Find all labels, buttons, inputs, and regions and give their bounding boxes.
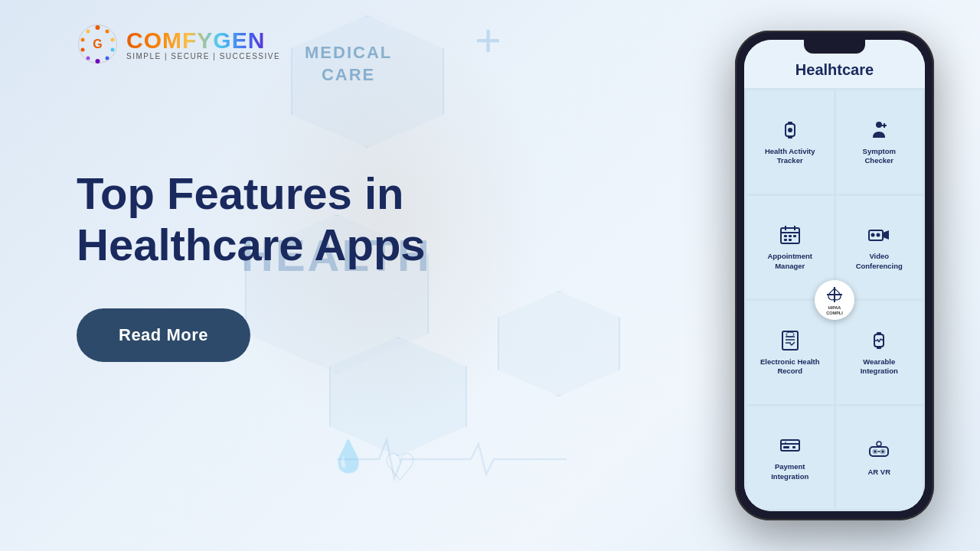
svg-marker-31 (883, 230, 889, 240)
svg-point-9 (81, 38, 85, 42)
svg-rect-25 (793, 235, 796, 237)
phone-notch (804, 40, 865, 54)
phone-screen: Healhtcare Health ActivityTracker (744, 40, 925, 511)
video-icon (867, 223, 891, 247)
svg-rect-23 (784, 235, 787, 237)
svg-rect-27 (789, 239, 792, 241)
logo-tagline: SIMPLE | SECURE | SUCCESSIVE (126, 52, 280, 60)
svg-point-6 (96, 59, 100, 64)
svg-text:G: G (93, 37, 102, 51)
ecg-line (337, 436, 567, 482)
svg-rect-40 (877, 332, 881, 335)
health-record-icon (778, 328, 802, 353)
watch-icon (778, 118, 802, 142)
svg-rect-46 (781, 440, 799, 451)
svg-point-57 (877, 442, 881, 446)
payment-icon (778, 433, 802, 458)
ar-vr-icon (867, 439, 891, 463)
headline-line1: Top Features in (77, 168, 404, 218)
headline-line2: Healthcare Apps (77, 220, 426, 269)
hipaa-text: HIPAACOMPLI (826, 305, 842, 315)
svg-point-5 (106, 57, 109, 60)
phone-cell-payment-integration[interactable]: PaymentIntegration (746, 406, 834, 510)
svg-point-2 (106, 30, 109, 34)
read-more-button[interactable]: Read More (77, 308, 250, 362)
video-conferencing-label: VideoConferencing (856, 252, 903, 271)
svg-rect-14 (788, 135, 792, 139)
phone-mockup: Healhtcare Health ActivityTracker (735, 31, 934, 520)
phone-outer: Healhtcare Health ActivityTracker (735, 31, 934, 520)
phone-cell-video-conferencing[interactable]: VideoConferencing (836, 196, 923, 299)
hipaa-badge: HIPAACOMPLI (815, 280, 854, 320)
headline-area: Top Features in Healthcare Apps Read Mor… (77, 168, 426, 362)
wearable-integration-label: WearableIntegration (861, 357, 898, 377)
svg-point-8 (81, 48, 85, 52)
svg-rect-13 (788, 122, 792, 125)
svg-point-55 (882, 450, 884, 452)
svg-rect-24 (789, 235, 792, 237)
phone-app-grid: Health ActivityTracker SymptomChecker (744, 88, 925, 511)
svg-point-7 (87, 57, 90, 60)
wearable-icon (867, 328, 891, 353)
svg-point-54 (874, 450, 877, 452)
medical-care-text: MEDICALCARE (305, 42, 392, 86)
page-title: Top Features in Healthcare Apps (77, 168, 426, 270)
svg-point-15 (788, 128, 792, 132)
phone-app-title: Healhtcare (752, 61, 917, 79)
svg-rect-26 (784, 239, 787, 241)
svg-point-4 (111, 48, 115, 52)
svg-point-38 (786, 332, 794, 337)
logo-text-area: COMFYGEN SIMPLE | SECURE | SUCCESSIVE (126, 28, 280, 60)
logo-brand: COMFYGEN (126, 28, 280, 54)
svg-point-29 (871, 233, 875, 237)
phone-cell-appointment-manager[interactable]: AppointmentManager (746, 196, 834, 299)
payment-integration-label: PaymentIntegration (771, 462, 808, 481)
svg-point-16 (876, 122, 882, 128)
svg-point-30 (877, 233, 880, 237)
appointment-manager-label: AppointmentManager (767, 252, 812, 271)
electronic-health-record-label: Electronic HealthRecord (760, 357, 820, 377)
calendar-icon (778, 223, 802, 247)
phone-cell-symptom-checker[interactable]: SymptomChecker (836, 90, 923, 194)
svg-point-10 (87, 30, 90, 34)
plus-cross-icon: + (475, 14, 501, 67)
svg-point-1 (96, 25, 100, 30)
svg-rect-41 (877, 346, 881, 349)
medical-symbol-icon (824, 284, 845, 305)
svg-line-44 (879, 339, 880, 342)
phone-cell-wearable-integration[interactable]: WearableIntegration (836, 301, 923, 404)
phone-cell-electronic-health-record[interactable]: Electronic HealthRecord (746, 301, 834, 404)
svg-rect-34 (782, 331, 798, 350)
ar-vr-label: AR VR (867, 468, 890, 477)
svg-point-3 (111, 38, 115, 42)
logo-area: G COMFYGEN SIMPLE | SECURE | SUCCESSIVE (77, 23, 280, 65)
svg-rect-49 (792, 446, 795, 448)
phone-cell-health-activity-tracker[interactable]: Health ActivityTracker (746, 90, 834, 194)
health-activity-tracker-label: Health ActivityTracker (765, 147, 815, 166)
phone-cell-ar-vr[interactable]: AR VR (836, 406, 923, 510)
svg-rect-48 (783, 446, 789, 448)
person-medical-icon (867, 118, 891, 142)
logo-icon: G (77, 23, 119, 65)
symptom-checker-label: SymptomChecker (863, 147, 896, 166)
